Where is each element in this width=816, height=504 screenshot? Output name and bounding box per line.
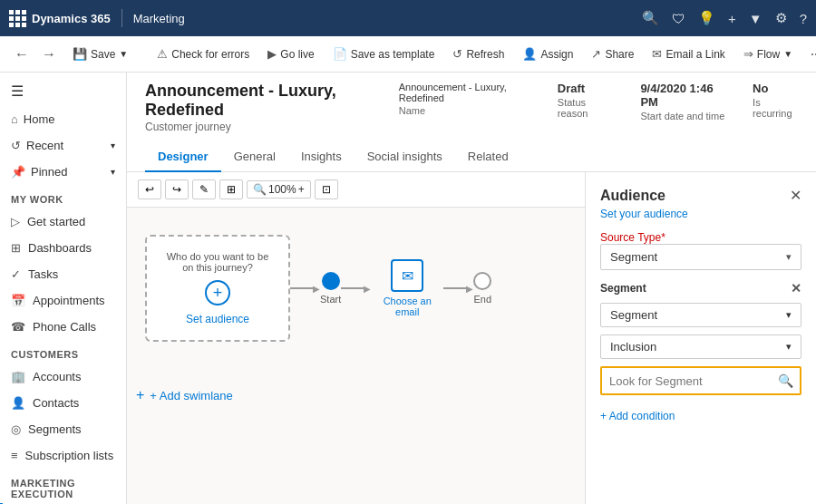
panel-subtitle[interactable]: Set your audience bbox=[600, 208, 801, 220]
tab-designer[interactable]: Designer bbox=[145, 142, 221, 172]
search-icon[interactable]: 🔍 bbox=[642, 10, 659, 26]
save-button[interactable]: 💾 Save ▼ bbox=[65, 44, 135, 64]
add-swimlane-button[interactable]: + + Add swimlane bbox=[127, 387, 585, 403]
undo-button[interactable]: ↩ bbox=[138, 179, 161, 199]
canvas-toolbar: ↩ ↪ ✎ ⊞ 🔍 100% + ⊡ bbox=[127, 172, 585, 208]
sidebar-item-recent[interactable]: ↺ Recent ▾ bbox=[0, 132, 126, 159]
sidebar-item-hamburger[interactable]: ☰ bbox=[0, 76, 126, 106]
meta-recurring: No Is recurring bbox=[753, 82, 798, 119]
sidebar-label-accounts: Accounts bbox=[33, 370, 81, 383]
start-label: Start bbox=[320, 294, 341, 305]
page-title-block: Announcement - Luxury, Redefined Custome… bbox=[145, 82, 399, 133]
check-errors-button[interactable]: ⚠ Check for errors bbox=[150, 44, 257, 64]
sidebar-item-appointments[interactable]: 📅 Appointments bbox=[0, 287, 126, 314]
accounts-icon: 🏢 bbox=[11, 370, 25, 383]
sidebar-label-home: Home bbox=[24, 112, 55, 126]
appointments-icon: 📅 bbox=[11, 294, 25, 307]
go-live-button[interactable]: ▶ Go live bbox=[260, 44, 321, 64]
segment-label: Segment bbox=[600, 282, 646, 295]
more-button[interactable]: ⋯ bbox=[803, 44, 816, 64]
meta-name: Announcement - Luxury, Redefined Name bbox=[399, 82, 530, 116]
segment-section: Segment ✕ Segment ▾ Inclusion ▾ 🔍 bbox=[600, 281, 801, 395]
tab-general[interactable]: General bbox=[221, 142, 288, 172]
shield-icon[interactable]: 🛡 bbox=[672, 11, 685, 26]
meta-status-value: Draft bbox=[558, 82, 614, 95]
go-live-icon: ▶ bbox=[267, 47, 277, 61]
inclusion-caret: ▾ bbox=[786, 341, 792, 353]
refresh-button[interactable]: ↺ Refresh bbox=[445, 44, 511, 64]
sidebar-item-dashboards[interactable]: ⊞ Dashboards bbox=[0, 235, 126, 261]
email-link-button[interactable]: ✉ Email a Link bbox=[645, 44, 732, 64]
panel-close-button[interactable]: ✕ bbox=[790, 187, 801, 204]
app-logo[interactable]: Dynamics 365 bbox=[9, 10, 111, 27]
canvas-area: ↩ ↪ ✎ ⊞ 🔍 100% + ⊡ Who do you want to b bbox=[127, 172, 585, 504]
layout-button[interactable]: ⊞ bbox=[219, 179, 243, 199]
main-content: Announcement - Luxury, Redefined Custome… bbox=[127, 73, 816, 504]
sidebar-label-subscription-lists: Subscription lists bbox=[25, 449, 114, 462]
sidebar-item-subscription-lists[interactable]: ≡ Subscription lists bbox=[0, 442, 126, 469]
sidebar-item-contacts[interactable]: 👤 Contacts bbox=[0, 390, 126, 416]
sidebar-label-contacts: Contacts bbox=[33, 396, 79, 410]
zoom-in-icon[interactable]: + bbox=[298, 183, 305, 196]
inclusion-value: Inclusion bbox=[610, 340, 656, 354]
sidebar-item-get-started[interactable]: ▷ Get started bbox=[0, 208, 126, 235]
sidebar-item-pinned[interactable]: 📌 Pinned ▾ bbox=[0, 159, 126, 185]
journey-flow: Who do you want to be on this journey? +… bbox=[127, 208, 585, 369]
sidebar-item-accounts[interactable]: 🏢 Accounts bbox=[0, 363, 126, 390]
add-condition-button[interactable]: + Add condition bbox=[600, 410, 801, 422]
zoom-out-icon[interactable]: 🔍 bbox=[253, 183, 267, 196]
redo-button[interactable]: ↪ bbox=[165, 179, 189, 199]
audience-node: Who do you want to be on this journey? +… bbox=[145, 235, 290, 342]
sidebar-label-tasks: Tasks bbox=[28, 267, 58, 281]
email-node-label: Choose an email bbox=[371, 296, 443, 317]
sidebar-item-phone-calls[interactable]: ☎ Phone Calls bbox=[0, 314, 126, 340]
audience-question: Who do you want to be on this journey? bbox=[165, 251, 270, 273]
connector-to-start: ▶ bbox=[290, 284, 320, 294]
segment-dropdown[interactable]: Segment ▾ bbox=[600, 303, 801, 327]
tab-insights[interactable]: Insights bbox=[288, 142, 355, 172]
sidebar-item-home[interactable]: ⌂ Home bbox=[0, 106, 126, 132]
set-audience-link[interactable]: Set audience bbox=[186, 313, 249, 325]
source-type-select[interactable]: Segment ▾ bbox=[600, 244, 801, 270]
segment-remove-button[interactable]: ✕ bbox=[791, 281, 801, 296]
email-node-box[interactable]: ✉ bbox=[391, 259, 423, 292]
inclusion-dropdown[interactable]: Inclusion ▾ bbox=[600, 334, 801, 359]
sidebar-item-segments[interactable]: ◎ Segments bbox=[0, 416, 126, 442]
app-module: Marketing bbox=[133, 12, 185, 25]
share-button[interactable]: ↗ Share bbox=[584, 44, 641, 64]
assign-button[interactable]: 👤 Assign bbox=[515, 44, 580, 64]
settings-icon[interactable]: ⚙ bbox=[775, 10, 787, 26]
audience-panel: Audience ✕ Set your audience Source Type… bbox=[585, 172, 816, 504]
meta-name-value: Announcement - Luxury, Redefined bbox=[399, 82, 530, 103]
sidebar-section-marketing: Marketing execution bbox=[0, 469, 126, 503]
zoom-controls: 🔍 100% + bbox=[247, 180, 311, 199]
meta-date: 9/4/2020 1:46 PM Start date and time bbox=[640, 82, 725, 121]
look-for-input[interactable] bbox=[602, 369, 769, 393]
fit-button[interactable]: ⊡ bbox=[315, 179, 338, 199]
plus-icon[interactable]: + bbox=[728, 11, 736, 26]
audience-add-button[interactable]: + bbox=[205, 280, 230, 305]
lightbulb-icon[interactable]: 💡 bbox=[698, 10, 715, 26]
meta-recurring-label: Is recurring bbox=[753, 97, 798, 119]
save-as-template-button[interactable]: 📄 Save as template bbox=[325, 44, 442, 64]
toolbar: ← → 💾 Save ▼ ⚠ Check for errors ▶ Go liv… bbox=[0, 36, 816, 73]
help-icon[interactable]: ? bbox=[800, 11, 807, 26]
forward-button[interactable]: → bbox=[36, 44, 62, 64]
save-dropdown-icon: ▼ bbox=[119, 49, 128, 59]
pin-icon: 📌 bbox=[11, 165, 25, 179]
flow-button[interactable]: ⇒ Flow ▼ bbox=[736, 44, 800, 64]
back-button[interactable]: ← bbox=[9, 44, 34, 64]
filter-icon[interactable]: ▼ bbox=[749, 11, 763, 26]
tab-social-insights[interactable]: Social insights bbox=[355, 142, 455, 172]
email-node[interactable]: ✉ Choose an email bbox=[371, 259, 443, 317]
topnav-actions: 🔍 🛡 💡 + ▼ ⚙ ? bbox=[642, 10, 807, 26]
nav-divider bbox=[121, 9, 122, 27]
look-for-search-button[interactable]: 🔍 bbox=[769, 368, 801, 393]
tab-related[interactable]: Related bbox=[455, 142, 521, 172]
edit-button[interactable]: ✎ bbox=[192, 179, 216, 199]
sidebar-label-dashboards: Dashboards bbox=[28, 241, 92, 255]
meta-date-value: 9/4/2020 1:46 PM bbox=[640, 82, 725, 109]
look-for-row: 🔍 bbox=[600, 366, 801, 395]
sidebar-item-tasks[interactable]: ✓ Tasks bbox=[0, 261, 126, 287]
page-tabs: Designer General Insights Social insight… bbox=[145, 142, 798, 171]
